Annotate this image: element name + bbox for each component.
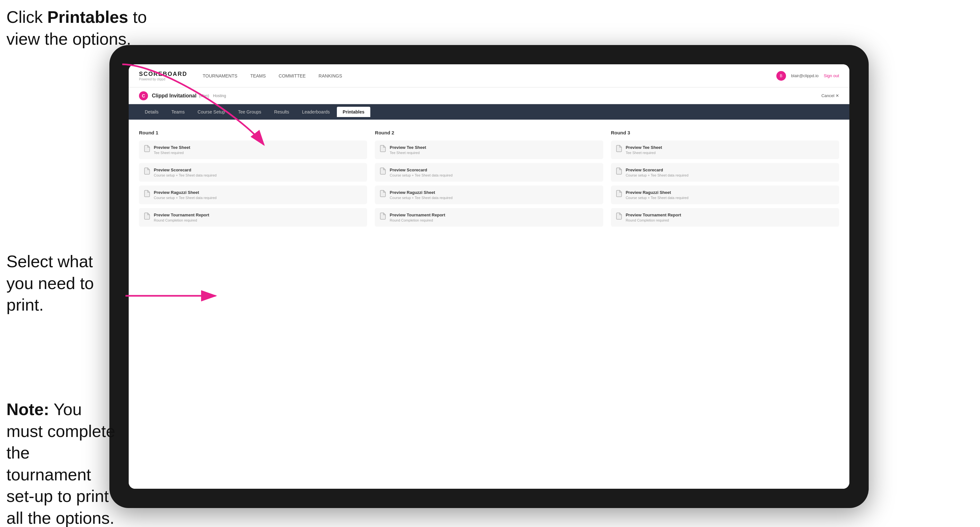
- annotation-bold: Printables: [47, 8, 128, 26]
- print-item-title: Preview Tee Sheet: [626, 145, 662, 150]
- print-item-title: Preview Raguzzi Sheet: [154, 190, 216, 195]
- print-item-subtitle: Round Completion required: [154, 218, 209, 222]
- cancel-button[interactable]: Cancel ✕: [821, 93, 839, 98]
- rounds-grid: Round 1 Preview Tee SheetTee Sheet requi…: [139, 130, 839, 230]
- scoreboard-sub: Powered by clippd: [139, 78, 187, 81]
- annotation-top: Click Printables toview the options.: [6, 6, 147, 50]
- print-document-icon: [616, 190, 622, 198]
- tab-printables[interactable]: Printables: [337, 107, 370, 117]
- print-card-r2-i1[interactable]: Preview Tee SheetTee Sheet required: [375, 141, 603, 159]
- nav-committee[interactable]: COMMITTEE: [278, 72, 305, 80]
- tab-teams[interactable]: Teams: [166, 107, 191, 117]
- print-item-subtitle: Course setup + Tee Sheet data required: [626, 196, 689, 200]
- print-item-subtitle: Course setup + Tee Sheet data required: [154, 173, 216, 177]
- scoreboard-logo: SCOREBOARD Powered by clippd: [139, 71, 187, 81]
- print-item-subtitle: Course setup + Tee Sheet data required: [390, 173, 452, 177]
- tournament-status: Hosting: [213, 94, 226, 98]
- print-document-icon: [144, 190, 150, 198]
- tournament-badge: (Men): [199, 94, 209, 98]
- print-item-subtitle: Round Completion required: [626, 218, 681, 222]
- print-card-r3-i2[interactable]: Preview ScorecardCourse setup + Tee Shee…: [611, 163, 839, 182]
- brand-logo: C: [139, 91, 148, 100]
- print-card-r2-i3[interactable]: Preview Raguzzi SheetCourse setup + Tee …: [375, 186, 603, 204]
- print-item-subtitle: Course setup + Tee Sheet data required: [154, 196, 216, 200]
- print-item-title: Preview Tournament Report: [626, 213, 681, 217]
- print-document-icon: [380, 168, 386, 176]
- content-area: Round 1 Preview Tee SheetTee Sheet requi…: [129, 120, 850, 489]
- print-item-title: Preview Tee Sheet: [154, 145, 190, 150]
- print-item-title: Preview Raguzzi Sheet: [390, 190, 452, 195]
- print-document-icon: [380, 190, 386, 198]
- top-nav-links: TOURNAMENTS TEAMS COMMITTEE RANKINGS: [203, 72, 776, 80]
- tab-bar: Details Teams Course Setup Tee Groups Re…: [129, 104, 850, 120]
- print-item-title: Preview Tournament Report: [154, 213, 209, 217]
- print-document-icon: [616, 168, 622, 176]
- print-document-icon: [380, 213, 386, 221]
- nav-rankings[interactable]: RANKINGS: [318, 72, 342, 80]
- round-column-1: Round 1 Preview Tee SheetTee Sheet requi…: [139, 130, 367, 230]
- print-document-icon: [380, 145, 386, 153]
- tab-course-setup[interactable]: Course Setup: [192, 107, 231, 117]
- tablet-screen: SCOREBOARD Powered by clippd TOURNAMENTS…: [129, 64, 850, 489]
- print-item-title: Preview Raguzzi Sheet: [626, 190, 689, 195]
- print-card-r3-i1[interactable]: Preview Tee SheetTee Sheet required: [611, 141, 839, 159]
- print-card-r1-i3[interactable]: Preview Raguzzi SheetCourse setup + Tee …: [139, 186, 367, 204]
- print-card-r1-i1[interactable]: Preview Tee SheetTee Sheet required: [139, 141, 367, 159]
- print-item-title: Preview Scorecard: [626, 168, 689, 172]
- print-card-r3-i3[interactable]: Preview Raguzzi SheetCourse setup + Tee …: [611, 186, 839, 204]
- print-item-title: Preview Scorecard: [390, 168, 452, 172]
- print-item-subtitle: Tee Sheet required: [154, 151, 190, 155]
- round-title-3: Round 3: [611, 130, 839, 135]
- print-card-r1-i2[interactable]: Preview ScorecardCourse setup + Tee Shee…: [139, 163, 367, 182]
- tab-tee-groups[interactable]: Tee Groups: [232, 107, 267, 117]
- print-card-r1-i4[interactable]: Preview Tournament ReportRound Completio…: [139, 208, 367, 227]
- print-item-subtitle: Tee Sheet required: [626, 151, 662, 155]
- print-item-subtitle: Course setup + Tee Sheet data required: [626, 173, 689, 177]
- nav-teams[interactable]: TEAMS: [250, 72, 266, 80]
- print-document-icon: [144, 168, 150, 176]
- print-card-r3-i4[interactable]: Preview Tournament ReportRound Completio…: [611, 208, 839, 227]
- tab-leaderboards[interactable]: Leaderboards: [296, 107, 336, 117]
- user-email: blair@clippd.io: [791, 73, 818, 78]
- tablet-device: SCOREBOARD Powered by clippd TOURNAMENTS…: [110, 45, 869, 508]
- print-document-icon: [616, 213, 622, 221]
- sign-out-link[interactable]: Sign out: [824, 73, 839, 78]
- print-document-icon: [144, 213, 150, 221]
- tab-results[interactable]: Results: [268, 107, 295, 117]
- print-card-r2-i2[interactable]: Preview ScorecardCourse setup + Tee Shee…: [375, 163, 603, 182]
- scoreboard-title: SCOREBOARD: [139, 71, 187, 78]
- round-title-2: Round 2: [375, 130, 603, 135]
- nav-tournaments[interactable]: TOURNAMENTS: [203, 72, 237, 80]
- top-nav-right: B blair@clippd.io Sign out: [776, 71, 839, 81]
- print-item-subtitle: Round Completion required: [390, 218, 445, 222]
- tab-details[interactable]: Details: [139, 107, 164, 117]
- print-item-title: Preview Tournament Report: [390, 213, 445, 217]
- round-column-2: Round 2 Preview Tee SheetTee Sheet requi…: [375, 130, 603, 230]
- print-card-r2-i4[interactable]: Preview Tournament ReportRound Completio…: [375, 208, 603, 227]
- sub-header: C Clippd Invitational (Men) Hosting Canc…: [129, 87, 850, 104]
- round-column-3: Round 3 Preview Tee SheetTee Sheet requi…: [611, 130, 839, 230]
- print-document-icon: [616, 145, 622, 153]
- print-item-title: Preview Scorecard: [154, 168, 216, 172]
- print-document-icon: [144, 145, 150, 153]
- annotation-middle-text: Select what you need to print.: [6, 252, 94, 314]
- tournament-title: Clippd Invitational: [152, 93, 197, 99]
- annotation-middle: Select what you need to print.: [6, 251, 110, 316]
- print-item-subtitle: Tee Sheet required: [390, 151, 426, 155]
- top-nav: SCOREBOARD Powered by clippd TOURNAMENTS…: [129, 64, 850, 87]
- annotation-bottom: Note: You must complete the tournament s…: [6, 399, 116, 527]
- print-item-subtitle: Course setup + Tee Sheet data required: [390, 196, 452, 200]
- round-title-1: Round 1: [139, 130, 367, 135]
- print-item-title: Preview Tee Sheet: [390, 145, 426, 150]
- user-avatar: B: [776, 71, 786, 81]
- annotation-bottom-bold: Note:: [6, 400, 49, 419]
